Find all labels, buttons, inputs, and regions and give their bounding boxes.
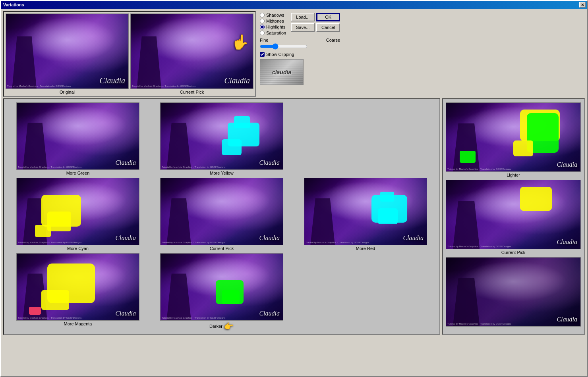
show-clipping-row[interactable]: Show Clipping <box>260 52 340 57</box>
window-title: Variations <box>2 2 24 7</box>
load-button[interactable]: Load... <box>291 13 315 21</box>
left-grid-panel: Claudia Tutorial by Macha's Graphics - T… <box>3 98 440 335</box>
more-blue-image[interactable]: Claudia Tutorial by Macha's Graphics - T… <box>16 253 139 321</box>
lighter-image[interactable]: Claudia Tutorial by Macha's Graphics - T… <box>446 102 581 172</box>
bottom-section: Claudia Tutorial by Macha's Graphics - T… <box>3 98 585 335</box>
radio-group: Shadows Midtones Highlights Saturat <box>260 13 286 35</box>
original-image-box: Claudia Tutorial by Macha's Graphics - T… <box>6 13 129 94</box>
top-section: Claudia Tutorial by Macha's Graphics - T… <box>3 11 585 97</box>
thumb-more-cyan[interactable]: Claudia Tutorial by Macha's Graphics - T… <box>7 178 149 251</box>
image-pair: Claudia Tutorial by Macha's Graphics - T… <box>3 11 256 97</box>
claudia-watermark: Claudia <box>100 76 125 85</box>
highlights-radio[interactable] <box>260 25 265 29</box>
more-yellow-label: More Yellow <box>210 171 233 175</box>
more-yellow-image[interactable]: Claudia Tutorial by Macha's Graphics - T… <box>160 102 283 170</box>
radio-midtones[interactable]: Midtones <box>260 19 286 23</box>
thumb-more-blue[interactable]: Claudia Tutorial by Macha's Graphics - T… <box>7 253 149 331</box>
slider-track[interactable] <box>260 43 340 50</box>
thumb-more-yellow[interactable]: Claudia Tutorial by Macha's Graphics - T… <box>151 102 292 175</box>
right-variations-grid: Claudia Tutorial by Macha's Graphics - T… <box>446 102 581 327</box>
darker-image[interactable]: Claudia Tutorial by Macha's Graphics - T… <box>446 257 581 327</box>
thumb-darker[interactable]: Claudia Tutorial by Macha's Graphics - T… <box>446 257 581 327</box>
midtones-label: Midtones <box>266 19 284 23</box>
shadows-radio[interactable] <box>260 13 265 17</box>
highlights-label: Highlights <box>266 25 285 29</box>
thumb-more-magenta[interactable]: Claudia Tutorial by Macha's Graphics - T… <box>151 253 292 331</box>
control-group-row: Shadows Midtones Highlights Saturat <box>260 13 340 35</box>
save-cancel-row: Save... Cancel <box>291 23 340 32</box>
claudia-watermark-2: Claudia <box>224 76 250 85</box>
radio-highlights[interactable]: Highlights <box>260 25 286 29</box>
shadows-label: Shadows <box>266 13 284 17</box>
saturation-label: Saturation <box>266 31 286 35</box>
more-magenta-label-row: Darker 👈 <box>209 321 234 331</box>
preview-thumbnail: claudia <box>260 59 304 85</box>
fine-label: Fine <box>260 38 268 42</box>
ok-button[interactable]: OK <box>316 13 340 21</box>
load-ok-row: Load... OK <box>291 13 340 21</box>
empty-cell-r3c3 <box>295 253 418 331</box>
content-area: Claudia Tutorial by Macha's Graphics - T… <box>1 9 587 337</box>
more-magenta-label: Darker <box>209 324 222 329</box>
variations-window: Variations ✕ Claudia Tutorial by Macha's… <box>0 0 588 377</box>
more-green-label: More Green <box>66 171 90 175</box>
current-pick-top-image[interactable]: 👆 Claudia Tutorial by Macha's Graphics -… <box>130 13 253 89</box>
midtones-radio[interactable] <box>260 19 265 23</box>
more-red-label: More Red <box>356 246 375 251</box>
coarse-label: Coarse <box>326 38 340 42</box>
slider-labels: Fine Coarse <box>260 38 340 42</box>
current-pick-mid-label: Current Pick <box>210 246 234 251</box>
preview-logo: claudia <box>272 69 291 75</box>
hand-cursor-top: 👆 <box>231 34 249 50</box>
empty-cell-r1c3 <box>295 102 418 175</box>
buttons-load-ok: Load... OK Save... Cancel <box>291 13 340 35</box>
fine-coarse-slider[interactable] <box>260 43 308 50</box>
radio-saturation[interactable]: Saturation <box>260 31 286 35</box>
title-bar: Variations ✕ <box>1 1 587 9</box>
current-pick-right-image[interactable]: Claudia Tutorial by Macha's Graphics - T… <box>446 180 581 249</box>
original-label: Original <box>60 90 75 94</box>
save-button[interactable]: Save... <box>291 23 315 32</box>
radio-shadows[interactable]: Shadows <box>260 13 286 17</box>
lighter-label: Lighter <box>507 173 520 177</box>
controls-section: Shadows Midtones Highlights Saturat <box>258 11 342 87</box>
current-pick-top-box: 👆 Claudia Tutorial by Macha's Graphics -… <box>130 13 253 94</box>
more-cyan-image[interactable]: Claudia Tutorial by Macha's Graphics - T… <box>16 178 139 245</box>
current-pick-top-label: Current Pick <box>180 90 204 94</box>
right-grid-panel: Claudia Tutorial by Macha's Graphics - T… <box>442 98 585 335</box>
saturation-radio[interactable] <box>260 31 265 35</box>
show-clipping-checkbox[interactable] <box>260 52 265 57</box>
current-pick-mid-image[interactable]: Claudia Tutorial by Macha's Graphics - T… <box>160 178 283 245</box>
thumb-more-red[interactable]: Claudia Tutorial by Macha's Graphics - T… <box>295 178 436 251</box>
thumb-current-pick-right[interactable]: Claudia Tutorial by Macha's Graphics - T… <box>446 180 581 255</box>
variations-grid: Claudia Tutorial by Macha's Graphics - T… <box>7 102 436 331</box>
thumb-lighter[interactable]: Claudia Tutorial by Macha's Graphics - T… <box>446 102 581 177</box>
more-red-image[interactable]: Claudia Tutorial by Macha's Graphics - T… <box>304 178 427 245</box>
show-clipping-label: Show Clipping <box>266 52 294 57</box>
slider-section: Fine Coarse <box>260 38 340 50</box>
current-pick-right-label: Current Pick <box>501 250 526 255</box>
close-button[interactable]: ✕ <box>579 2 586 8</box>
hand-cursor-magenta: 👈 <box>224 321 234 331</box>
original-image[interactable]: Claudia Tutorial by Macha's Graphics - T… <box>6 13 129 89</box>
thumb-current-pick-mid[interactable]: Claudia Tutorial by Macha's Graphics - T… <box>151 178 292 251</box>
more-magenta-image[interactable]: Claudia Tutorial by Macha's Graphics - T… <box>160 253 283 321</box>
more-green-image[interactable]: Claudia Tutorial by Macha's Graphics - T… <box>16 102 139 170</box>
thumb-more-green[interactable]: Claudia Tutorial by Macha's Graphics - T… <box>7 102 149 175</box>
more-cyan-label: More Cyan <box>67 246 89 251</box>
more-blue-label: More Magenta <box>64 321 92 326</box>
cancel-button[interactable]: Cancel <box>316 23 340 32</box>
